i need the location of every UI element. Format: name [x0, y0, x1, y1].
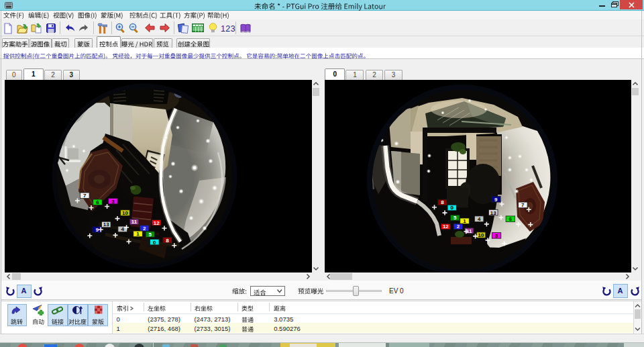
svg-text:7: 7 [521, 202, 525, 208]
svg-text:12: 12 [154, 220, 160, 226]
svg-text:5: 5 [149, 232, 152, 238]
svg-text:10: 10 [478, 232, 484, 238]
svg-text:5: 5 [453, 215, 457, 221]
svg-text:1: 1 [463, 218, 466, 224]
svg-text:8: 8 [166, 238, 169, 244]
svg-text:4: 4 [121, 226, 124, 232]
svg-text:13: 13 [103, 221, 109, 228]
svg-text:0: 0 [451, 205, 454, 211]
svg-text:10: 10 [122, 210, 128, 216]
svg-text:2: 2 [143, 226, 146, 232]
svg-text:1: 1 [136, 231, 140, 237]
svg-text:6: 6 [509, 216, 513, 222]
svg-text:12: 12 [443, 224, 449, 230]
svg-text:3: 3 [495, 233, 498, 239]
svg-text:9: 9 [494, 197, 498, 203]
svg-text:8: 8 [441, 199, 444, 205]
svg-text:9: 9 [95, 227, 99, 233]
svg-text:6: 6 [96, 199, 99, 205]
svg-text:4: 4 [478, 216, 481, 222]
svg-text:7: 7 [83, 193, 87, 199]
svg-text:11: 11 [131, 219, 138, 225]
svg-text:2: 2 [457, 224, 460, 230]
svg-text:3: 3 [111, 199, 115, 205]
svg-text:0: 0 [153, 240, 156, 246]
svg-text:13: 13 [490, 210, 496, 216]
